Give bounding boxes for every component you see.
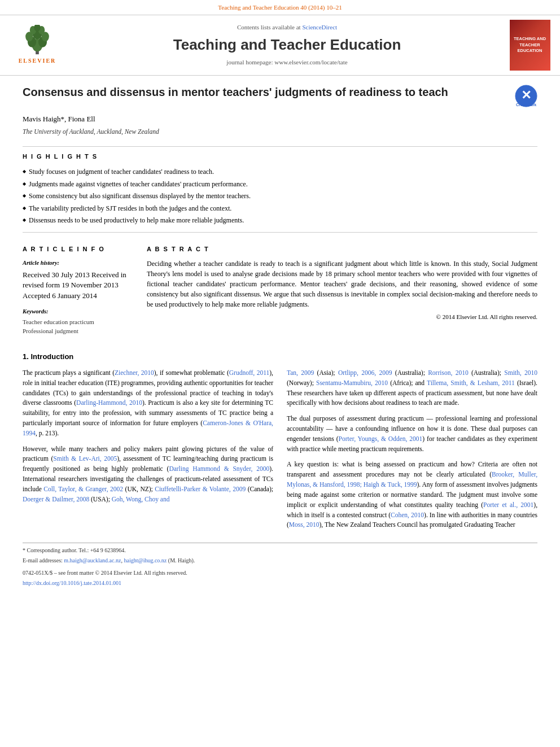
elsevier-label: ELSEVIER	[19, 57, 56, 65]
ref-coll[interactable]: Coll, Taylor, & Granger, 2002	[43, 486, 123, 492]
ref-porter-2001[interactable]: Porter et al., 2001	[483, 501, 533, 508]
ref-brooker[interactable]: Brooker, Muller, Mylonas, & Hansford, 19…	[287, 471, 537, 488]
svg-text:✕: ✕	[521, 88, 531, 102]
ref-cameron-jones[interactable]: Cameron-Jones & O'Hara, 1994	[23, 420, 273, 436]
abstract-col: A B S T R A C T Deciding whether a teach…	[147, 239, 537, 342]
elsevier-tree-icon	[20, 25, 54, 56]
article-info-col: A R T I C L E I N F O Article history: R…	[23, 239, 135, 342]
highlight-item: Dissensus needs to be used productively …	[23, 215, 537, 226]
body-right-col: Tan, 2009 (Asia); Ortlipp, 2006, 2009 (A…	[287, 368, 537, 536]
intro-para-5: A key question is: what is being assesse…	[287, 460, 537, 530]
issn-bar: 0742-051X/$ – see front matter © 2014 El…	[23, 569, 537, 578]
elsevier-logo: ELSEVIER	[9, 20, 65, 71]
highlight-item: The variability predicted by SJT resides…	[23, 203, 537, 215]
article-title: Consensus and dissensus in mentor teache…	[23, 85, 515, 99]
divider-abstract	[23, 232, 537, 233]
ref-doerger[interactable]: Doerger & Dailmer, 2008	[23, 496, 89, 503]
ref-rorrison[interactable]: Rorrison, 2010	[428, 369, 468, 376]
highlight-item: Judgments made against vignettes of teac…	[23, 178, 537, 190]
footnote-email: E-mail addresses: m.haigh@auckland.ac.nz…	[23, 557, 537, 565]
ref-ortlipp[interactable]: Ortlipp, 2006, 2009	[338, 369, 392, 376]
keyword-2: Professional judgment	[23, 327, 135, 336]
body-left-col: The practicum plays a significant (Ziech…	[23, 368, 273, 536]
cover-image: TEACHING AND TEACHER EDUCATION	[510, 20, 550, 71]
ref-porter-youngs[interactable]: Porter, Youngs, & Odden, 2001	[339, 435, 423, 442]
divider-highlights	[23, 146, 537, 147]
ref-smith-levari[interactable]: Smith & Lev-Ari, 2005	[53, 455, 117, 462]
issn-text: 0742-051X/$ – see front matter © 2014 El…	[23, 569, 187, 578]
highlights-list: Study focuses on judgment of teacher can…	[23, 166, 537, 226]
footnote-corresponding: * Corresponding author. Tel.: +64 9 6238…	[23, 547, 537, 555]
intro-para-3: Tan, 2009 (Asia); Ortlipp, 2006, 2009 (A…	[287, 368, 537, 408]
journal-header-center: Contents lists available at ScienceDirec…	[71, 20, 503, 71]
ref-cohen[interactable]: Cohen, 2010	[391, 512, 424, 518]
doi-line: http://dx.doi.org/10.1016/j.tate.2014.01…	[23, 578, 537, 588]
highlight-item: Some consistency but also significant di…	[23, 190, 537, 202]
ref-tan[interactable]: Tan, 2009	[287, 369, 314, 376]
intro-para-1: The practicum plays a significant (Ziech…	[23, 368, 273, 439]
email-link-1[interactable]: m.haigh@auckland.ac.nz	[64, 557, 121, 563]
highlight-item: Study focuses on judgment of teacher can…	[23, 166, 537, 178]
contents-available: Contents lists available at ScienceDirec…	[71, 23, 503, 32]
ref-moss[interactable]: Moss, 2010	[289, 521, 320, 528]
ref-ssentamu[interactable]: Ssentamu-Mamubiru, 2010	[316, 379, 388, 386]
email-link-2[interactable]: haight@ihug.co.nz	[124, 557, 167, 563]
abstract-text: Deciding whether a teacher candidate is …	[147, 259, 537, 309]
authors: Mavis Haigh*, Fiona Ell	[23, 114, 537, 125]
ref-goh[interactable]: Goh, Wong, Choy and	[112, 496, 170, 503]
journal-homepage: journal homepage: www.elsevier.com/locat…	[71, 58, 503, 67]
crossmark-badge: ✕ CrossMark	[515, 85, 537, 107]
intro-para-4: The dual purposes of assessment during p…	[287, 414, 537, 454]
article-history: Article history: Received 30 July 2013 R…	[23, 259, 135, 302]
journal-citation: Teaching and Teacher Education 40 (2014)…	[0, 0, 560, 15]
revised-date: 19 November 2013	[62, 281, 118, 289]
svg-text:CrossMark: CrossMark	[516, 103, 536, 107]
keywords-label: Keywords:	[23, 307, 135, 316]
intro-para-2: However, while many teachers and policy …	[23, 444, 273, 505]
keyword-1: Teacher education practicum	[23, 318, 135, 327]
keywords-block: Keywords: Teacher education practicum Pr…	[23, 307, 135, 336]
intro-heading: 1. Introduction	[23, 352, 537, 362]
received-date: Received 30 July 2013	[23, 270, 90, 279]
article-info-header: A R T I C L E I N F O	[23, 245, 135, 254]
ref-darling-hammond-2010[interactable]: Darling-Hammond, 2010	[76, 399, 142, 406]
ref-grudnoff[interactable]: Grudnoff, 2011	[229, 369, 270, 376]
ref-ciuffetelli[interactable]: Ciuffetelli-Parker & Volante, 2009	[155, 486, 246, 492]
info-abstract-cols: A R T I C L E I N F O Article history: R…	[23, 239, 537, 342]
sciencedirect-link[interactable]: ScienceDirect	[302, 24, 337, 30]
article-title-block: Consensus and dissensus in mentor teache…	[23, 85, 537, 107]
doi-link[interactable]: http://dx.doi.org/10.1016/j.tate.2014.01…	[23, 580, 121, 586]
accepted-date: Accepted 6 January 2014	[23, 291, 97, 300]
ref-smith-2010[interactable]: Smith, 2010	[504, 369, 537, 376]
footnote-section: * Corresponding author. Tel.: +64 9 6238…	[23, 543, 537, 588]
journal-cover: TEACHING AND TEACHER EDUCATION	[509, 20, 551, 71]
ref-darling-hammond-snyder[interactable]: Darling Hammond & Snyder, 2000	[169, 465, 269, 472]
affiliation: The University of Auckland, Auckland, Ne…	[23, 127, 537, 137]
abstract-header: A B S T R A C T	[147, 245, 537, 254]
introduction-section: 1. Introduction The practicum plays a si…	[23, 352, 537, 536]
ref-tillema[interactable]: Tillema, Smith, & Lesham, 2011	[427, 379, 515, 386]
ref-ziechner[interactable]: Ziechner, 2010	[115, 369, 154, 376]
copyright-text: © 2014 Elsevier Ltd. All rights reserved…	[147, 313, 537, 322]
highlights-header: H I G H L I G H T S	[23, 152, 537, 161]
body-two-col: The practicum plays a significant (Ziech…	[23, 368, 537, 536]
journal-header: ELSEVIER Contents lists available at Sci…	[0, 15, 560, 76]
history-label: Article history:	[23, 259, 135, 267]
main-content: Consensus and dissensus in mentor teache…	[0, 76, 560, 600]
journal-title: Teaching and Teacher Education	[71, 34, 503, 56]
